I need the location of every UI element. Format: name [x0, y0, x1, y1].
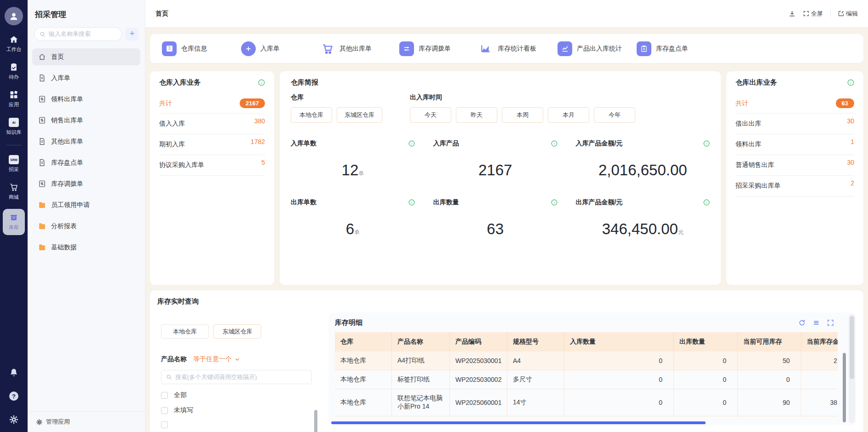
table-cell[interactable]: 0: [674, 351, 738, 370]
sidebar-item-employee-request[interactable]: 员工领用申请: [32, 196, 140, 213]
table-cell[interactable]: WP2025030002: [450, 370, 507, 389]
table-cell[interactable]: 0: [674, 370, 738, 389]
info-icon[interactable]: i: [551, 140, 558, 147]
info-icon[interactable]: i: [258, 79, 265, 86]
sidebar-item-base-data[interactable]: 基础数据: [32, 239, 140, 256]
user-avatar[interactable]: [5, 7, 23, 25]
table-cell[interactable]: 联想笔记本电脑小新Pro 14: [392, 389, 450, 416]
refresh-icon[interactable]: [799, 319, 805, 326]
table-cell[interactable]: WP2025060001: [450, 389, 507, 416]
quicklink-other-outbound[interactable]: 其他出库单: [320, 41, 399, 56]
sidebar-item-home[interactable]: 首页: [32, 48, 140, 65]
table-cell[interactable]: 本地仓库: [335, 416, 392, 417]
panel-scrollbar-thumb[interactable]: [850, 316, 854, 379]
table-cell[interactable]: 本地仓库: [335, 389, 392, 416]
checkbox-row-unfilled[interactable]: 未填写: [161, 406, 312, 415]
checkbox-row-all[interactable]: 全部: [161, 391, 312, 399]
quicklink-warehouse-info[interactable]: 仓库信息: [162, 41, 241, 56]
time-option-button[interactable]: 今年: [594, 107, 635, 123]
quicklink-stat-dashboard[interactable]: 库存统计看板: [478, 41, 558, 56]
list-icon[interactable]: [813, 319, 820, 326]
table-cell[interactable]: [801, 370, 838, 389]
table-cell[interactable]: 38: [801, 389, 838, 416]
total-row[interactable]: 共计 2167: [159, 93, 265, 114]
time-option-button[interactable]: 本周: [502, 107, 543, 123]
sidebar-item-reports[interactable]: 分析报表: [32, 218, 140, 235]
edit-button[interactable]: 编辑: [838, 10, 858, 18]
info-icon[interactable]: i: [847, 79, 854, 86]
operator-dropdown[interactable]: 等于任意一个: [193, 355, 240, 363]
download-icon[interactable]: [788, 10, 796, 17]
table-cell[interactable]: 三通一平: [392, 416, 450, 417]
table-cell[interactable]: WP2024070007: [450, 416, 507, 417]
table-cell[interactable]: A4: [507, 351, 564, 370]
rail-item-workbench[interactable]: 工作台: [6, 35, 22, 53]
table-cell[interactable]: 0: [564, 416, 674, 417]
bell-icon[interactable]: [9, 368, 19, 378]
table-cell[interactable]: WP2025030001: [450, 351, 507, 370]
rail-item-todo[interactable]: 待办: [9, 63, 19, 81]
sidebar-item-inbound-order[interactable]: 入库单: [32, 69, 140, 86]
rail-item-apps[interactable]: 应用: [9, 90, 19, 108]
info-icon[interactable]: i: [703, 199, 710, 206]
table-cell[interactable]: 标签打印纸: [392, 370, 450, 389]
stat-row[interactable]: 协议采购入库单 5: [159, 155, 265, 176]
info-icon[interactable]: i: [703, 140, 710, 147]
table-cell[interactable]: 0: [564, 389, 674, 416]
quicklink-inbound-order[interactable]: 入库单: [241, 41, 320, 56]
warehouse-option-button[interactable]: 东城区仓库: [213, 324, 261, 339]
tab-home[interactable]: 首页: [155, 10, 168, 18]
info-icon[interactable]: i: [551, 199, 558, 206]
sidebar-item-stocktake[interactable]: 库存盘点单: [32, 154, 140, 171]
info-icon[interactable]: i: [408, 140, 415, 147]
sidebar-item-other-outbound[interactable]: 其他出库单: [32, 133, 140, 150]
add-button[interactable]: +: [126, 28, 138, 40]
warehouse-option-button[interactable]: 本地仓库: [291, 107, 332, 123]
table-cell[interactable]: 本地仓库: [335, 370, 392, 389]
table-vertical-scrollbar[interactable]: [843, 353, 846, 422]
warehouse-option-button[interactable]: 本地仓库: [161, 324, 209, 339]
total-row[interactable]: 共计 63: [736, 93, 854, 114]
rail-item-mall[interactable]: 商城: [9, 183, 19, 201]
table-cell[interactable]: 0: [674, 416, 738, 417]
checkbox-row-partial[interactable]: [161, 421, 312, 428]
stat-row[interactable]: 借入入库 380: [159, 114, 265, 134]
info-icon[interactable]: i: [408, 199, 415, 206]
expand-icon[interactable]: [827, 319, 834, 326]
table-cell[interactable]: [801, 416, 838, 417]
stat-row[interactable]: 借出出库 30: [736, 114, 854, 134]
table-cell[interactable]: A4打印纸: [392, 351, 450, 370]
table-cell[interactable]: 三通一平: [507, 416, 564, 417]
time-option-button[interactable]: 本月: [548, 107, 589, 123]
sidebar-search-input[interactable]: 输入名称来搜索: [34, 27, 122, 41]
quicklink-inout-stat[interactable]: 产品出入库统计: [558, 41, 637, 56]
panel-scrollbar-track[interactable]: [849, 314, 855, 423]
table-cell[interactable]: 90: [738, 389, 801, 416]
table-cell[interactable]: 0: [738, 370, 801, 389]
stat-row[interactable]: 招采采购出库单 2: [736, 176, 854, 196]
table-cell[interactable]: 0: [564, 351, 674, 370]
help-icon[interactable]: ?: [8, 391, 19, 402]
filter-scrollbar[interactable]: [314, 410, 317, 432]
stat-row[interactable]: 普通销售出库 30: [736, 155, 854, 176]
sidebar-item-transfer[interactable]: 库存调拨单: [32, 175, 140, 192]
quicklink-transfer-order[interactable]: 库存调拨单: [399, 41, 478, 56]
keyword-search-input[interactable]: 搜索(多个关键词请用空格隔开): [161, 370, 312, 384]
warehouse-option-button[interactable]: 东城区仓库: [337, 107, 382, 123]
table-cell[interactable]: 0: [674, 389, 738, 416]
stat-row[interactable]: 期初入库 1782: [159, 134, 265, 155]
table-horizontal-scrollbar[interactable]: [331, 421, 706, 424]
table-cell[interactable]: 2: [801, 351, 838, 370]
time-option-button[interactable]: 今天: [410, 107, 451, 123]
fullscreen-button[interactable]: 全屏: [803, 10, 823, 18]
rail-item-srm[interactable]: SRM 招采: [9, 155, 19, 173]
stat-row[interactable]: 领料出库 1: [736, 134, 854, 155]
table-cell[interactable]: 0: [738, 416, 801, 417]
table-cell[interactable]: 本地仓库: [335, 351, 392, 370]
table-cell[interactable]: 50: [738, 351, 801, 370]
sidebar-item-picking-outbound[interactable]: 领料出库单: [32, 91, 140, 108]
rail-item-knowledge[interactable]: AI 知识库: [6, 118, 22, 136]
table-cell[interactable]: 0: [564, 370, 674, 389]
manage-apps-button[interactable]: 管理应用: [28, 411, 145, 432]
rail-item-inventory[interactable]: 库存: [3, 209, 25, 235]
